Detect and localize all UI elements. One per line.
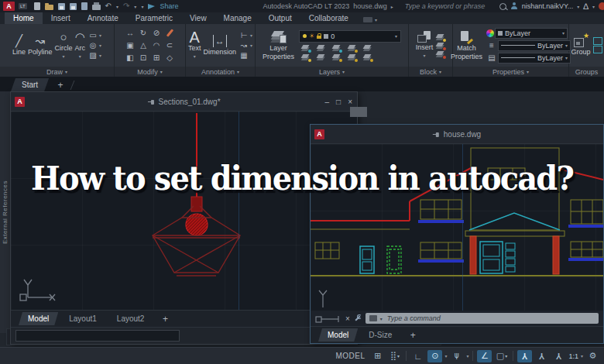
layer-unisolate-icon[interactable] <box>347 53 357 61</box>
tab-manage[interactable]: Manage <box>215 12 260 24</box>
scale-dropdown-icon[interactable]: ▾ <box>581 353 583 359</box>
print-icon[interactable] <box>92 5 101 10</box>
search-icon[interactable] <box>499 3 506 10</box>
layer-thaw-all-icon[interactable] <box>316 53 326 61</box>
ribbon-minimize-control[interactable]: ▾ <box>363 17 377 24</box>
redo-icon[interactable]: ↷ <box>123 2 129 10</box>
edit-block-icon[interactable] <box>435 42 445 50</box>
snap-mode-toggle[interactable]: ⣿▾ <box>387 350 402 362</box>
tab-view[interactable]: View <box>181 12 215 24</box>
command-customize-icon[interactable] <box>354 314 362 322</box>
model-space-indicator[interactable]: MODEL <box>335 352 365 360</box>
command-close-icon[interactable]: × <box>345 314 350 323</box>
block-panel-footer[interactable]: Block▾ <box>409 67 452 77</box>
sections-command-input[interactable] <box>15 330 180 342</box>
layers-panel-footer[interactable]: Layers▾ <box>256 67 408 77</box>
house-dsize-tab[interactable]: D-Size <box>359 328 401 342</box>
object-color-control[interactable]: ByLayer▾ <box>486 28 568 39</box>
tab-home[interactable]: Home <box>5 12 43 24</box>
share-label[interactable]: Share <box>160 2 178 10</box>
new-drawing-tab-button[interactable]: + <box>50 78 70 91</box>
linetype-control[interactable]: ▤ ByLayer▾ <box>486 53 571 64</box>
array-icon[interactable]: ⊞ <box>151 53 162 63</box>
modify-panel-footer[interactable]: Modify▾ <box>115 67 185 77</box>
insert-block-tool[interactable]: Insert▾ <box>416 31 434 60</box>
explode-icon[interactable]: ◇ <box>164 53 175 63</box>
layer-off-icon[interactable] <box>300 44 311 52</box>
offset-icon[interactable]: ⊂ <box>164 41 175 50</box>
scale-icon[interactable]: ⊡ <box>138 53 149 63</box>
ellipse-tool[interactable]: ◎▾ <box>88 41 101 50</box>
lineweight-control[interactable]: ≡ ByLayer▾ <box>486 40 571 51</box>
block-attributes-icon[interactable] <box>435 50 445 58</box>
layer-walk-icon[interactable] <box>362 53 372 61</box>
dimension-tool[interactable]: ↔Dimension <box>203 35 236 56</box>
group-tool[interactable]: ★ Group <box>571 35 591 56</box>
layer-on-all-icon[interactable] <box>300 53 311 61</box>
annotation-visibility-toggle[interactable]: Y <box>517 350 532 362</box>
house-window-titlebar[interactable]: A house.dwg <box>311 125 603 144</box>
sections-layout2-tab[interactable]: Layout2 <box>108 312 154 325</box>
arc-tool[interactable]: ◠Arc▾ <box>75 31 86 60</box>
hatch-tool[interactable]: ▨▾ <box>88 51 101 60</box>
account-dropdown-icon[interactable]: ▾ <box>592 4 595 9</box>
isodraft-dropdown-icon[interactable]: ▾ <box>466 353 468 359</box>
undo-icon[interactable]: ↶ <box>105 2 112 10</box>
tab-insert[interactable]: Insert <box>43 12 79 24</box>
qat-customize-icon[interactable]: ▾ <box>141 4 143 9</box>
dimension-style-tool[interactable]: ⊢▾ <box>239 31 252 40</box>
pin-icon[interactable] <box>433 131 440 138</box>
object-snap-toggle[interactable]: ▢▾ <box>494 350 509 362</box>
ungroup-icon[interactable] <box>593 37 602 45</box>
command-line[interactable]: ▾ <box>365 313 599 324</box>
tab-collaborate[interactable]: Collaborate <box>300 12 357 24</box>
share-icon[interactable] <box>148 4 155 9</box>
new-file-icon[interactable] <box>34 2 40 10</box>
layer-freeze-icon[interactable] <box>331 44 341 52</box>
command-history-icon[interactable] <box>369 315 377 321</box>
mirror-icon[interactable]: △ <box>138 41 149 50</box>
tab-annotate[interactable]: Annotate <box>79 12 127 24</box>
fillet-icon[interactable]: ◠ <box>151 41 162 50</box>
save-icon[interactable] <box>58 3 65 10</box>
layer-dropdown[interactable]: ☀ 0 ▾ <box>299 30 401 43</box>
sections-model-canvas[interactable] <box>11 112 357 310</box>
help-search[interactable] <box>403 2 506 12</box>
sections-new-layout-button[interactable]: + <box>155 312 175 325</box>
layer-unlock-all-icon[interactable] <box>331 53 341 61</box>
grid-display-toggle[interactable]: ⊞ <box>370 350 385 362</box>
user-avatar-icon[interactable] <box>510 2 518 10</box>
help-icon[interactable] <box>599 2 604 10</box>
open-file-icon[interactable] <box>45 5 53 10</box>
external-references-palette[interactable]: External References <box>0 91 11 333</box>
annotation-scale-button[interactable]: Y <box>551 350 566 362</box>
erase-icon[interactable] <box>166 29 173 36</box>
search-input[interactable] <box>403 2 499 12</box>
autodesk-account-icon[interactable]: ∆ <box>583 2 589 11</box>
move-icon[interactable]: ↔ <box>125 29 136 38</box>
polar-dropdown-icon[interactable]: ▾ <box>444 353 447 359</box>
circle-tool[interactable]: ○Circle▾ <box>55 31 73 60</box>
group-edit-icon[interactable] <box>593 46 602 53</box>
rotate-icon[interactable]: ↻ <box>138 29 149 38</box>
ortho-mode-toggle[interactable]: ∟ <box>410 350 425 362</box>
trim-icon[interactable]: ⊘ <box>151 29 162 38</box>
polar-tracking-toggle[interactable]: ⊙ <box>427 350 442 362</box>
rectangle-tool[interactable]: ▭▾ <box>88 31 101 40</box>
redo-dropdown-icon[interactable]: ▾ <box>134 4 136 9</box>
polyline-tool[interactable]: ↝Polyline <box>28 35 53 56</box>
start-tab[interactable]: Start <box>11 78 49 91</box>
line-tool[interactable]: ╱Line <box>12 35 26 56</box>
sections-model-tab[interactable]: Model <box>19 312 58 325</box>
save-as-icon[interactable] <box>70 3 77 10</box>
user-dropdown-icon[interactable]: ▾ <box>577 4 579 9</box>
customization-button[interactable]: ⚙ <box>585 350 600 362</box>
sections-minimize-button[interactable]: – <box>325 98 330 106</box>
house-new-layout-button[interactable]: + <box>403 328 423 342</box>
tab-output[interactable]: Output <box>260 12 300 24</box>
export-icon[interactable] <box>81 2 88 10</box>
sections-maximize-button[interactable]: □ <box>336 98 341 106</box>
signed-in-user[interactable]: nishant.naikVY... <box>522 2 573 10</box>
stretch-icon[interactable]: ◧ <box>125 53 136 63</box>
command-input[interactable] <box>386 314 595 323</box>
